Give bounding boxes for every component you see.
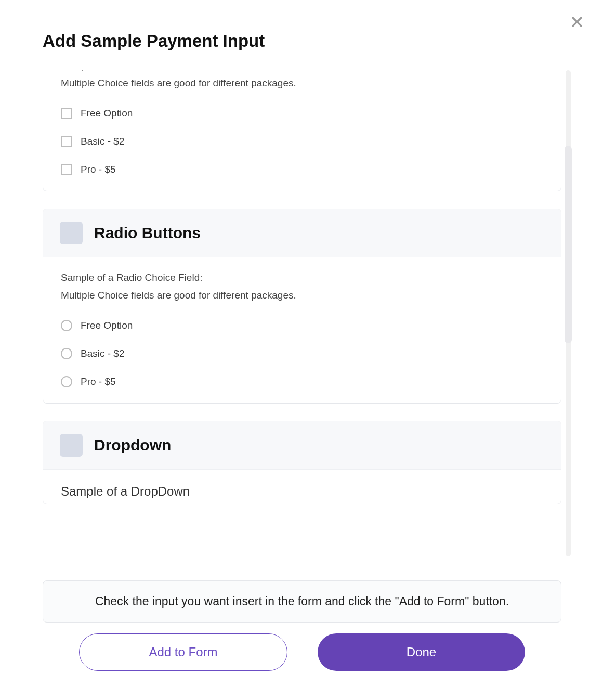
radio-option-row: Pro - $5 xyxy=(61,376,543,387)
select-dropdown-sample-checkbox[interactable] xyxy=(60,434,83,457)
modal-footer-buttons: Add to Form Done xyxy=(43,633,561,671)
checkbox-input[interactable] xyxy=(61,108,72,119)
radio-input[interactable] xyxy=(61,376,72,387)
checkbox-sample-desc: Multiple Choice fields are good for diff… xyxy=(61,77,543,89)
dropdown-sample-label: Sample of a DropDown xyxy=(61,484,543,499)
card-header-dropdown: Dropdown xyxy=(43,421,561,470)
close-icon[interactable] xyxy=(570,15,584,29)
sample-card-radio: Radio Buttons Sample of a Radio Choice F… xyxy=(43,209,561,404)
done-button[interactable]: Done xyxy=(318,633,525,671)
instruction-text: Check the input you want insert in the f… xyxy=(43,580,561,623)
checkbox-input[interactable] xyxy=(61,136,72,147)
radio-option-label: Basic - $2 xyxy=(81,348,124,359)
checkbox-input[interactable] xyxy=(61,164,72,175)
checkbox-option-label: Free Option xyxy=(81,108,133,119)
radio-option-row: Basic - $2 xyxy=(61,348,543,359)
radio-sample-desc: Multiple Choice fields are good for diff… xyxy=(61,290,543,301)
checkbox-option-label: Pro - $5 xyxy=(81,164,116,175)
radio-option-label: Pro - $5 xyxy=(81,376,116,387)
select-radio-sample-checkbox[interactable] xyxy=(60,222,83,244)
sample-card-checkbox: Sample of a Checkbox Choice Field: Multi… xyxy=(43,70,561,191)
checkbox-option-label: Basic - $2 xyxy=(81,136,124,147)
card-title-dropdown: Dropdown xyxy=(94,436,171,454)
checkbox-option-row: Pro - $5 xyxy=(61,164,543,175)
checkbox-sample-label: Sample of a Checkbox Choice Field: xyxy=(61,70,543,71)
card-header-radio: Radio Buttons xyxy=(43,209,561,257)
modal-title: Add Sample Payment Input xyxy=(43,31,265,51)
options-scroll-area: Sample of a Checkbox Choice Field: Multi… xyxy=(43,70,561,556)
add-to-form-button[interactable]: Add to Form xyxy=(79,633,287,671)
radio-sample-label: Sample of a Radio Choice Field: xyxy=(61,272,543,283)
radio-option-row: Free Option xyxy=(61,320,543,331)
radio-input[interactable] xyxy=(61,320,72,331)
card-title-radio: Radio Buttons xyxy=(94,224,201,242)
checkbox-option-row: Free Option xyxy=(61,108,543,119)
radio-input[interactable] xyxy=(61,348,72,359)
checkbox-option-row: Basic - $2 xyxy=(61,136,543,147)
radio-option-label: Free Option xyxy=(81,320,133,331)
sample-card-dropdown: Dropdown Sample of a DropDown xyxy=(43,421,561,504)
scrollbar-thumb[interactable] xyxy=(565,146,572,343)
